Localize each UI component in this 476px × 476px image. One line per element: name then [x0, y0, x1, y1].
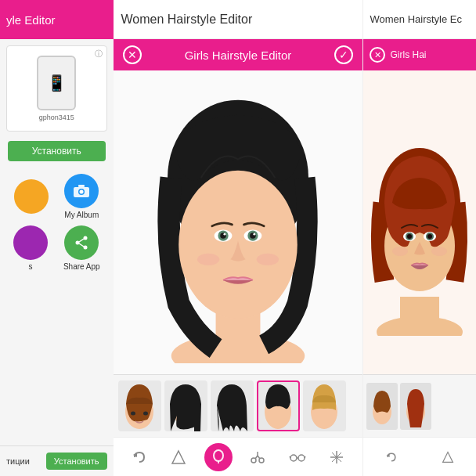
right-toolbar	[363, 437, 476, 476]
svg-point-2	[80, 190, 84, 194]
left-header: yle Editor	[0, 0, 114, 39]
center-toolbar	[114, 437, 363, 476]
scissors-tool-button[interactable]	[243, 443, 272, 471]
svg-line-7	[79, 239, 84, 242]
svg-point-40	[290, 455, 297, 461]
right-sub-title: Girls Hai	[390, 49, 470, 60]
right-face-container	[363, 70, 476, 374]
svg-line-44	[305, 456, 305, 458]
center-app-title: Women Hairstyle Editor	[121, 13, 355, 27]
svg-rect-10	[216, 312, 261, 363]
icon-item-purple[interactable]: s	[13, 225, 48, 271]
left-bottom-text: тиции	[6, 456, 30, 466]
check-button[interactable]: ✓	[334, 45, 353, 64]
album-label: My Album	[64, 211, 99, 219]
bottom-install-button[interactable]: Установить	[46, 453, 107, 470]
right-close-button[interactable]: ✕	[370, 47, 385, 63]
svg-point-60	[431, 247, 447, 256]
glasses-tool-button[interactable]	[283, 443, 312, 471]
hairstyle-thumb-4[interactable]	[257, 380, 300, 431]
hairstyle-thumbnails	[114, 374, 363, 437]
icon-row-2: s Share App	[13, 225, 100, 271]
hairstyle-thumb-1[interactable]	[118, 380, 161, 431]
undo-tool-button[interactable]	[125, 443, 153, 471]
left-icons-grid: My Album s Share App	[0, 168, 114, 277]
size-tool-button[interactable]	[164, 443, 193, 471]
svg-line-8	[79, 243, 84, 247]
right-hairstyle-thumbnails	[363, 374, 476, 437]
ad-box: ⓘ 📱 gphon3415	[6, 45, 107, 132]
svg-point-4	[84, 236, 88, 240]
left-header-title: yle Editor	[6, 13, 56, 27]
svg-rect-3	[78, 185, 85, 187]
svg-point-25	[143, 412, 148, 416]
purple-label: s	[28, 262, 32, 271]
svg-point-33	[215, 451, 222, 460]
right-panel: Women Hairstyle Ec ✕ Girls Hai	[362, 0, 476, 476]
svg-point-22	[257, 254, 279, 265]
hairstyle-thumb-3[interactable]	[211, 380, 254, 431]
icon-item-share[interactable]: Share App	[63, 225, 100, 271]
icon-item-album[interactable]: My Album	[64, 174, 99, 219]
face-container	[114, 70, 363, 374]
right-hairstyle-thumb-1[interactable]	[366, 383, 398, 430]
hairstyle-thumb-2[interactable]	[164, 380, 207, 431]
ad-text: gphon3415	[36, 114, 78, 121]
yellow-circle-icon	[14, 179, 49, 214]
center-sub-title: Girls Hairstyle Editor	[148, 49, 329, 62]
svg-point-57	[407, 234, 412, 239]
hair-color-tool-button[interactable]	[204, 443, 233, 471]
right-header-title: Women Hairstyle Ec	[370, 13, 462, 25]
svg-point-58	[427, 234, 432, 239]
svg-point-21	[197, 254, 219, 265]
svg-marker-31	[172, 451, 185, 463]
center-subheader: ✕ Girls Hairstyle Editor ✓	[114, 39, 363, 70]
left-bottom-bar: тиции Установить	[0, 445, 114, 476]
share-label: Share App	[63, 262, 100, 271]
svg-point-59	[392, 247, 408, 256]
right-hairstyle-thumb-2[interactable]	[400, 383, 431, 430]
check-icon: ✓	[339, 49, 348, 61]
svg-point-41	[298, 455, 305, 461]
ad-install-button[interactable]: Установить	[8, 141, 106, 161]
ad-close-icon[interactable]: ⓘ	[95, 49, 103, 60]
center-header: Women Hairstyle Editor	[114, 0, 363, 39]
svg-rect-34	[218, 460, 219, 463]
svg-marker-64	[443, 452, 453, 462]
right-subheader: ✕ Girls Hai	[363, 39, 476, 70]
center-panel: Women Hairstyle Editor ✕ Girls Hairstyle…	[114, 0, 363, 476]
hairstyle-thumb-5[interactable]	[303, 380, 346, 431]
close-icon: ✕	[128, 49, 137, 61]
svg-point-20	[253, 233, 255, 236]
album-icon	[64, 174, 99, 208]
icon-row-1: My Album	[14, 174, 99, 219]
ad-phone-illustration: 📱	[37, 56, 76, 110]
right-undo-button[interactable]	[380, 446, 402, 468]
svg-line-38	[258, 456, 260, 459]
right-header: Women Hairstyle Ec	[363, 0, 476, 39]
left-panel: yle Editor ⓘ 📱 gphon3415 Установить	[0, 0, 114, 476]
svg-point-19	[224, 233, 226, 236]
icon-item-yellow[interactable]	[14, 179, 49, 214]
purple-circle-icon	[13, 225, 48, 260]
svg-point-5	[76, 241, 80, 245]
close-button[interactable]: ✕	[123, 45, 142, 64]
svg-point-24	[131, 412, 135, 416]
share-icon	[64, 225, 99, 260]
right-size-button[interactable]	[437, 446, 459, 468]
svg-line-43	[290, 456, 290, 458]
svg-rect-50	[400, 297, 439, 336]
sparkle-tool-button[interactable]	[323, 443, 351, 471]
svg-point-6	[84, 246, 88, 250]
